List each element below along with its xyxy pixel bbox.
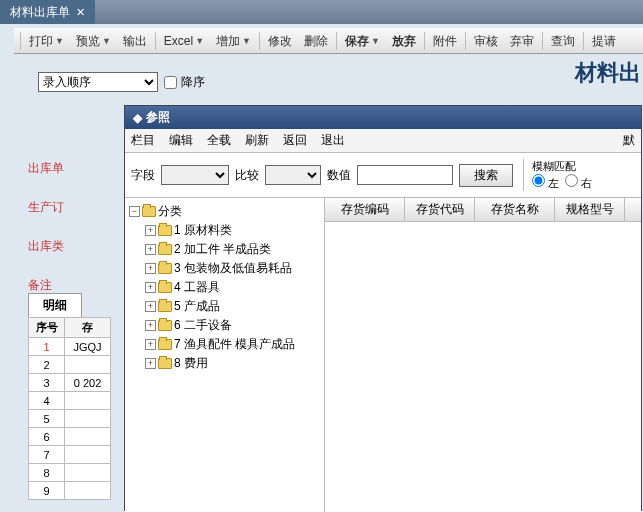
expand-icon[interactable]: + xyxy=(145,244,156,255)
divider xyxy=(465,32,466,50)
tree-root-item[interactable]: − 分类 xyxy=(127,202,322,221)
menu-back[interactable]: 返回 xyxy=(283,132,307,149)
tree-item[interactable]: + 2 加工件 半成品类 xyxy=(127,240,322,259)
preview-button[interactable]: 预览▼ xyxy=(70,31,117,52)
search-button[interactable]: 搜索 xyxy=(459,164,513,187)
expand-icon[interactable]: + xyxy=(145,358,156,369)
menu-default[interactable]: 默 xyxy=(623,132,635,149)
menu-exit[interactable]: 退出 xyxy=(321,132,345,149)
dialog-titlebar[interactable]: ◆ 参照 xyxy=(125,106,641,129)
compare-select[interactable] xyxy=(265,165,321,185)
table-row[interactable]: 2 xyxy=(29,356,111,374)
collapse-icon[interactable]: − xyxy=(129,206,140,217)
col-idx: 序号 xyxy=(29,318,65,338)
expand-icon[interactable]: + xyxy=(145,282,156,293)
unaudit-button[interactable]: 弃审 xyxy=(504,31,540,52)
dialog-title: 参照 xyxy=(146,109,170,126)
table-row[interactable]: 30 202 xyxy=(29,374,111,392)
match-right[interactable]: 右 xyxy=(565,174,592,191)
order-select[interactable]: 录入顺序 xyxy=(38,72,158,92)
main-toolbar: 打印▼ 预览▼ 输出 Excel▼ 增加▼ 修改 删除 保存▼ 放弃 附件 审核… xyxy=(14,28,643,54)
divider xyxy=(155,32,156,50)
window-tab[interactable]: 材料出库单 ✕ xyxy=(0,0,95,24)
tree-item[interactable]: + 8 费用 xyxy=(127,354,322,373)
dialog-menu: 栏目 编辑 全载 刷新 返回 退出 默 xyxy=(125,129,641,153)
add-button[interactable]: 增加▼ xyxy=(210,31,257,52)
chevron-down-icon: ▼ xyxy=(55,36,64,46)
folder-icon xyxy=(158,358,172,369)
search-row: 字段 比较 数值 搜索 模糊匹配 左 右 xyxy=(125,153,641,198)
attach-button[interactable]: 附件 xyxy=(427,31,463,52)
list-header: 存货编码 存货代码 存货名称 规格型号 xyxy=(325,198,641,222)
query-button[interactable]: 查询 xyxy=(545,31,581,52)
tab-detail[interactable]: 明细 xyxy=(28,293,82,317)
expand-icon[interactable]: + xyxy=(145,301,156,312)
field-label: 字段 xyxy=(131,167,155,184)
field-select[interactable] xyxy=(161,165,229,185)
list-pane: 存货编码 存货代码 存货名称 规格型号 xyxy=(325,198,641,512)
expand-icon[interactable]: + xyxy=(145,339,156,350)
value-input[interactable] xyxy=(357,165,453,185)
tree-item[interactable]: + 6 二手设备 xyxy=(127,316,322,335)
cancel-button[interactable]: 放弃 xyxy=(386,31,422,52)
table-row[interactable]: 4 xyxy=(29,392,111,410)
tree-item[interactable]: + 5 产成品 xyxy=(127,297,322,316)
expand-icon[interactable]: + xyxy=(145,320,156,331)
folder-icon xyxy=(158,301,172,312)
chevron-down-icon: ▼ xyxy=(102,36,111,46)
expand-icon[interactable]: + xyxy=(145,263,156,274)
col-invname[interactable]: 存货名称 xyxy=(475,198,555,221)
menu-loadall[interactable]: 全载 xyxy=(207,132,231,149)
divider xyxy=(424,32,425,50)
col-invcode[interactable]: 存货编码 xyxy=(325,198,405,221)
tree-item[interactable]: + 1 原材料类 xyxy=(127,221,322,240)
folder-icon xyxy=(142,206,156,217)
submit-button[interactable]: 提请 xyxy=(586,31,622,52)
folder-icon xyxy=(158,244,172,255)
table-row[interactable]: 8 xyxy=(29,464,111,482)
folder-icon xyxy=(158,339,172,350)
desc-checkbox-label[interactable]: 降序 xyxy=(164,74,205,91)
label-a: 出库单 xyxy=(28,160,64,177)
order-row: 录入顺序 降序 xyxy=(38,72,643,92)
match-label: 模糊匹配 xyxy=(532,159,592,174)
window-tab-bar: 材料出库单 ✕ xyxy=(0,0,643,24)
chevron-down-icon: ▼ xyxy=(371,36,380,46)
col-invspec[interactable]: 规格型号 xyxy=(555,198,625,221)
label-c: 出库类 xyxy=(28,238,64,255)
print-button[interactable]: 打印▼ xyxy=(23,31,70,52)
tree-item[interactable]: + 7 渔具配件 模具产成品 xyxy=(127,335,322,354)
table-row[interactable]: 9 xyxy=(29,482,111,500)
menu-column[interactable]: 栏目 xyxy=(131,132,155,149)
table-row[interactable]: 1JGQJ xyxy=(29,338,111,356)
detail-area: 明细 序号 存 1JGQJ230 202456789 xyxy=(28,293,111,500)
delete-button[interactable]: 删除 xyxy=(298,31,334,52)
close-icon[interactable]: ✕ xyxy=(76,6,85,19)
desc-checkbox[interactable] xyxy=(164,76,177,89)
table-row[interactable]: 7 xyxy=(29,446,111,464)
folder-icon xyxy=(158,320,172,331)
save-button[interactable]: 保存▼ xyxy=(339,31,386,52)
divider xyxy=(259,32,260,50)
tree-item[interactable]: + 3 包装物及低值易耗品 xyxy=(127,259,322,278)
folder-icon xyxy=(158,282,172,293)
window-tab-title: 材料出库单 xyxy=(10,4,70,21)
reference-icon: ◆ xyxy=(133,111,142,125)
match-area: 模糊匹配 左 右 xyxy=(523,159,592,191)
output-button[interactable]: 输出 xyxy=(117,31,153,52)
col-invalias[interactable]: 存货代码 xyxy=(405,198,475,221)
expand-icon[interactable]: + xyxy=(145,225,156,236)
chevron-down-icon: ▼ xyxy=(195,36,204,46)
compare-label: 比较 xyxy=(235,167,259,184)
match-left[interactable]: 左 xyxy=(532,174,559,191)
menu-edit[interactable]: 编辑 xyxy=(169,132,193,149)
audit-button[interactable]: 审核 xyxy=(468,31,504,52)
table-row[interactable]: 6 xyxy=(29,428,111,446)
table-row[interactable]: 5 xyxy=(29,410,111,428)
tree-item[interactable]: + 4 工器具 xyxy=(127,278,322,297)
folder-icon xyxy=(158,263,172,274)
excel-button[interactable]: Excel▼ xyxy=(158,32,210,50)
modify-button[interactable]: 修改 xyxy=(262,31,298,52)
folder-icon xyxy=(158,225,172,236)
menu-refresh[interactable]: 刷新 xyxy=(245,132,269,149)
